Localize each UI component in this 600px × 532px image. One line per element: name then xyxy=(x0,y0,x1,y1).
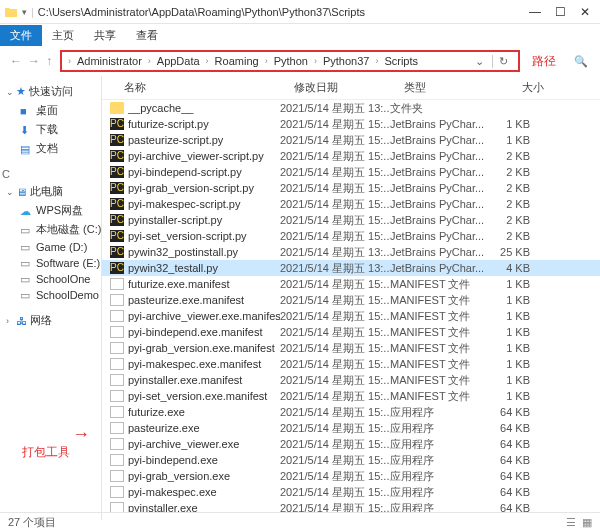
sidebar-network[interactable]: ›🖧 网络 xyxy=(0,311,101,330)
address-bar[interactable]: › Administrator › AppData › Roaming › Py… xyxy=(60,50,520,72)
titlebar: ▾ | C:\Users\Administrator\AppData\Roami… xyxy=(0,0,600,24)
sidebar-item-schoolone[interactable]: ▭SchoolOne xyxy=(0,271,101,287)
sidebar-item-documents[interactable]: ▤文档 xyxy=(0,139,101,158)
col-size[interactable]: 大小 xyxy=(504,80,544,95)
file-row[interactable]: pyi-set_version.exe.manifest2021/5/14 星期… xyxy=(102,388,600,404)
file-size: 1 KB xyxy=(490,118,530,130)
file-tab[interactable]: 文件 xyxy=(0,25,42,46)
col-name[interactable]: 名称 xyxy=(124,80,294,95)
file-row[interactable]: pyi-archive_viewer.exe2021/5/14 星期五 15:.… xyxy=(102,436,600,452)
file-type: MANIFEST 文件 xyxy=(390,325,490,340)
pc-icon: 🖥 xyxy=(16,186,27,198)
view-tiles-icon[interactable]: ▦ xyxy=(582,516,592,529)
file-row[interactable]: PCpywin32_postinstall.py2021/5/14 星期五 13… xyxy=(102,244,600,260)
disk-icon: ▭ xyxy=(20,273,32,285)
sidebar-item-disk-d[interactable]: ▭Game (D:) xyxy=(0,239,101,255)
sidebar-quick-access[interactable]: ⌄★ 快速访问 xyxy=(0,82,101,101)
breadcrumb-seg[interactable]: Roaming xyxy=(213,55,261,67)
home-tab[interactable]: 主页 xyxy=(42,25,84,46)
file-date: 2021/5/14 星期五 15:... xyxy=(280,325,390,340)
file-size: 1 KB xyxy=(490,294,530,306)
file-name: pyi-makespec.exe xyxy=(128,486,280,498)
file-type: 应用程序 xyxy=(390,469,490,484)
file-row[interactable]: pyi-grab_version.exe.manifest2021/5/14 星… xyxy=(102,340,600,356)
file-row[interactable]: pyinstaller.exe2021/5/14 星期五 15:...应用程序6… xyxy=(102,500,600,512)
file-row[interactable]: pyinstaller.exe.manifest2021/5/14 星期五 15… xyxy=(102,372,600,388)
file-list[interactable]: __pycache__2021/5/14 星期五 13:...文件夹PCfutu… xyxy=(102,100,600,512)
breadcrumb-seg[interactable]: Administrator xyxy=(75,55,144,67)
sidebar-item-downloads[interactable]: ⬇下载 xyxy=(0,120,101,139)
file-row[interactable]: __pycache__2021/5/14 星期五 13:...文件夹 xyxy=(102,100,600,116)
file-row[interactable]: pyi-grab_version.exe2021/5/14 星期五 15:...… xyxy=(102,468,600,484)
minimize-button[interactable]: — xyxy=(529,5,541,19)
breadcrumb-seg[interactable]: Python xyxy=(272,55,310,67)
file-row[interactable]: pyi-makespec.exe.manifest2021/5/14 星期五 1… xyxy=(102,356,600,372)
file-row[interactable]: PCpyi-bindepend-script.py2021/5/14 星期五 1… xyxy=(102,164,600,180)
file-row[interactable]: pasteurize.exe2021/5/14 星期五 15:...应用程序64… xyxy=(102,420,600,436)
file-size: 2 KB xyxy=(490,214,530,226)
file-row[interactable]: pyi-archive_viewer.exe.manifest2021/5/14… xyxy=(102,308,600,324)
up-button[interactable]: ↑ xyxy=(46,54,52,68)
breadcrumb-seg[interactable]: Python37 xyxy=(321,55,371,67)
file-size: 1 KB xyxy=(490,374,530,386)
chevron-right-icon: › xyxy=(6,316,16,326)
main-area: ⌄★ 快速访问 ■桌面 ⬇下载 ▤文档 C ⌄🖥 此电脑 ☁WPS网盘 ▭本地磁… xyxy=(0,76,600,520)
network-icon: 🖧 xyxy=(16,315,27,327)
file-row[interactable]: pyi-bindepend.exe2021/5/14 星期五 15:...应用程… xyxy=(102,452,600,468)
sidebar-this-pc[interactable]: ⌄🖥 此电脑 xyxy=(0,182,101,201)
file-type: 应用程序 xyxy=(390,501,490,513)
close-button[interactable]: ✕ xyxy=(580,5,590,19)
refresh-icon[interactable]: ↻ xyxy=(492,55,514,68)
file-name: pywin32_testall.py xyxy=(128,262,280,274)
file-type: 应用程序 xyxy=(390,453,490,468)
sidebar-item-disk-c[interactable]: ▭本地磁盘 (C:) xyxy=(0,220,101,239)
file-type: 应用程序 xyxy=(390,421,490,436)
chevron-down-icon[interactable]: ⌄ xyxy=(469,55,490,68)
breadcrumb-seg[interactable]: AppData xyxy=(155,55,202,67)
search-icon[interactable]: 🔍 xyxy=(568,55,594,68)
file-row[interactable]: PCpywin32_testall.py2021/5/14 星期五 13:...… xyxy=(102,260,600,276)
file-pane: 名称 修改日期 类型 大小 __pycache__2021/5/14 星期五 1… xyxy=(102,76,600,520)
file-type: 应用程序 xyxy=(390,405,490,420)
file-name: pyinstaller.exe.manifest xyxy=(128,374,280,386)
sidebar-item-disk-e[interactable]: ▭Software (E:) xyxy=(0,255,101,271)
file-name: pyi-bindepend.exe xyxy=(128,454,280,466)
ribbon-tabs: 文件 主页 共享 查看 xyxy=(0,24,600,46)
view-details-icon[interactable]: ☰ xyxy=(566,516,576,529)
file-row[interactable]: pyi-bindepend.exe.manifest2021/5/14 星期五 … xyxy=(102,324,600,340)
view-tab[interactable]: 查看 xyxy=(126,25,168,46)
share-tab[interactable]: 共享 xyxy=(84,25,126,46)
file-row[interactable]: pyi-makespec.exe2021/5/14 星期五 15:...应用程序… xyxy=(102,484,600,500)
file-row[interactable]: futurize.exe.manifest2021/5/14 星期五 15:..… xyxy=(102,276,600,292)
breadcrumb-seg[interactable]: Scripts xyxy=(382,55,420,67)
file-name: pyi-set_version.exe.manifest xyxy=(128,390,280,402)
col-date[interactable]: 修改日期 xyxy=(294,80,404,95)
sidebar-item-desktop[interactable]: ■桌面 xyxy=(0,101,101,120)
file-row[interactable]: futurize.exe2021/5/14 星期五 15:...应用程序64 K… xyxy=(102,404,600,420)
file-row[interactable]: PCpyi-grab_version-script.py2021/5/14 星期… xyxy=(102,180,600,196)
file-date: 2021/5/14 星期五 15:... xyxy=(280,149,390,164)
file-row[interactable]: pasteurize.exe.manifest2021/5/14 星期五 15:… xyxy=(102,292,600,308)
file-date: 2021/5/14 星期五 15:... xyxy=(280,133,390,148)
file-type: MANIFEST 文件 xyxy=(390,277,490,292)
maximize-button[interactable]: ☐ xyxy=(555,5,566,19)
column-headers[interactable]: 名称 修改日期 类型 大小 xyxy=(102,76,600,100)
file-row[interactable]: PCpyinstaller-script.py2021/5/14 星期五 15:… xyxy=(102,212,600,228)
col-type[interactable]: 类型 xyxy=(404,80,504,95)
file-row[interactable]: PCfuturize-script.py2021/5/14 星期五 15:...… xyxy=(102,116,600,132)
file-row[interactable]: PCpasteurize-script.py2021/5/14 星期五 15:.… xyxy=(102,132,600,148)
file-date: 2021/5/14 星期五 13:... xyxy=(280,245,390,260)
file-date: 2021/5/14 星期五 15:... xyxy=(280,181,390,196)
back-button[interactable]: ← xyxy=(10,54,22,68)
sidebar-item-schooldemo[interactable]: ▭SchoolDemo (L:) xyxy=(0,287,101,303)
file-date: 2021/5/14 星期五 15:... xyxy=(280,389,390,404)
down-icon[interactable]: ▾ xyxy=(22,7,31,17)
file-row[interactable]: PCpyi-archive_viewer-script.py2021/5/14 … xyxy=(102,148,600,164)
file-row[interactable]: PCpyi-set_version-script.py2021/5/14 星期五… xyxy=(102,228,600,244)
file-date: 2021/5/14 星期五 15:... xyxy=(280,341,390,356)
file-size: 1 KB xyxy=(490,326,530,338)
sidebar-item-wps[interactable]: ☁WPS网盘 xyxy=(0,201,101,220)
forward-button[interactable]: → xyxy=(28,54,40,68)
file-name: pyi-archive_viewer-script.py xyxy=(128,150,280,162)
file-row[interactable]: PCpyi-makespec-script.py2021/5/14 星期五 15… xyxy=(102,196,600,212)
